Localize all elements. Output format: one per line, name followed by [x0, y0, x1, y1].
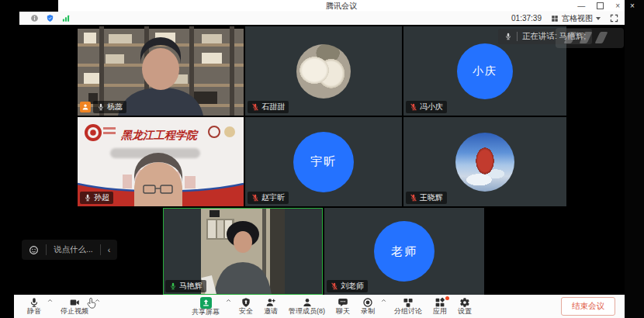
settings-button[interactable]: 设置: [452, 295, 477, 318]
grid-view-icon: [551, 15, 559, 22]
avatar-initials: 小庆: [457, 43, 513, 99]
camera-icon: [69, 297, 81, 308]
security-shield-icon: [241, 297, 251, 308]
window-title: 腾讯会议: [326, 1, 357, 12]
chat-input-placeholder[interactable]: 说点什么...: [47, 240, 100, 260]
avatar-initials: 老师: [374, 221, 435, 282]
mic-muted-icon: [331, 282, 338, 290]
video-tile-participant-6[interactable]: 王晓辉: [403, 117, 566, 206]
record-options-chevron[interactable]: [380, 292, 389, 318]
mic-options-chevron[interactable]: [47, 292, 55, 318]
view-mode-switcher[interactable]: 宫格视图: [551, 13, 601, 24]
presenter-badge-icon: [81, 103, 89, 111]
manage-members-button[interactable]: 管理成员(8): [283, 295, 331, 318]
security-button[interactable]: 安全: [234, 295, 258, 318]
close-button[interactable]: ×: [615, 2, 620, 10]
mic-icon: [29, 297, 40, 308]
mic-muted-icon: [251, 194, 259, 202]
protection-shield-icon[interactable]: [46, 14, 54, 22]
mute-button[interactable]: 静音: [22, 295, 47, 318]
hand-cursor: [85, 297, 97, 309]
members-icon: [302, 297, 313, 308]
campus-banner-text: 黑龙江工程学院: [120, 129, 199, 141]
share-options-chevron[interactable]: [225, 292, 234, 318]
stop-video-label: 停止视频: [61, 308, 88, 316]
video-tile-participant-1[interactable]: 杨蕊: [78, 26, 244, 116]
quick-chat-bar[interactable]: 说点什么... ‹: [22, 240, 117, 260]
mic-icon: [504, 33, 512, 40]
avatar-initials: 宇昕: [293, 132, 354, 192]
video-tile-participant-4[interactable]: 黑龙江工程学院 孙超: [78, 117, 244, 206]
participant-name: 刘老师: [341, 282, 364, 291]
video-tile-participant-5[interactable]: 宇昕 赵宇昕: [245, 117, 402, 206]
emoji-button[interactable]: [22, 240, 46, 260]
settings-label: 设置: [458, 308, 472, 316]
fullscreen-icon[interactable]: [610, 14, 618, 22]
mute-label: 静音: [27, 308, 41, 316]
apps-label: 应用: [433, 308, 447, 316]
mic-muted-icon: [410, 194, 417, 202]
security-label: 安全: [239, 308, 253, 316]
watermark-logo: [556, 28, 624, 48]
meeting-duration: 01:37:39: [511, 14, 542, 22]
avatar-text: 小庆: [473, 64, 497, 78]
participant-name: 王晓辉: [420, 193, 443, 202]
breakout-squares-icon: [403, 297, 414, 308]
external-close-icon[interactable]: ×: [630, 2, 635, 10]
record-label: 录制: [361, 308, 375, 316]
breakout-rooms-button[interactable]: 分组讨论: [389, 295, 428, 318]
mic-on-icon: [84, 194, 92, 202]
participant-name: 冯小庆: [420, 102, 443, 112]
share-screen-label: 共享屏幕: [192, 309, 220, 316]
chat-label: 聊天: [336, 308, 350, 316]
record-button[interactable]: 录制: [355, 295, 380, 318]
avatar-text: 宇昕: [310, 154, 337, 169]
divider: [517, 32, 518, 41]
mic-on-icon: [97, 103, 105, 111]
participant-name: 杨蕊: [107, 102, 123, 112]
chat-button[interactable]: 聊天: [331, 295, 355, 318]
avatar-photo-artwork: [455, 133, 514, 192]
members-label: 管理成员(8): [289, 308, 325, 316]
share-screen-button[interactable]: 共享屏幕: [186, 295, 225, 318]
window-titlebar: 腾讯会议 — ×: [58, 0, 625, 12]
background-window-strip: ×: [625, 0, 644, 318]
meeting-toolbar: 静音 停止视频 共享屏幕 安全 邀请 管理成员(8): [14, 295, 625, 318]
share-screen-icon: [200, 297, 212, 309]
chevron-down-icon: [596, 17, 601, 20]
notification-dot: [445, 296, 449, 300]
chat-bubble-icon: [338, 297, 348, 308]
video-tile-participant-7-active-speaker[interactable]: 马艳辉: [163, 208, 323, 295]
invite-label: 邀请: [264, 308, 278, 316]
minimize-button[interactable]: —: [577, 2, 585, 10]
record-icon: [362, 297, 373, 308]
apps-icon: [435, 297, 445, 308]
video-tile-participant-8[interactable]: 老师 刘老师: [324, 208, 484, 295]
collapse-chat-button[interactable]: ‹: [101, 240, 118, 260]
presenter-badge: [80, 102, 91, 112]
avatar-text: 老师: [391, 244, 417, 259]
participant-name: 石甜甜: [261, 102, 285, 112]
video-tile-participant-2[interactable]: 石甜甜: [245, 26, 402, 116]
participant-name: 赵宇昕: [261, 193, 285, 202]
mic-muted-icon: [251, 103, 259, 111]
apps-button[interactable]: 应用: [428, 295, 452, 318]
participant-name: 马艳辉: [179, 282, 203, 291]
smiley-icon: [29, 245, 39, 255]
invite-button[interactable]: 邀请: [258, 295, 283, 318]
gear-icon: [459, 297, 470, 308]
breakout-label: 分组讨论: [394, 308, 422, 316]
end-meeting-button[interactable]: 结束会议: [561, 297, 615, 316]
meeting-statusbar: 01:37:39 宫格视图: [19, 12, 625, 25]
network-signal-icon[interactable]: [61, 14, 71, 22]
view-mode-label: 宫格视图: [562, 13, 593, 24]
participant-name: 孙超: [94, 193, 109, 202]
info-icon[interactable]: [30, 14, 39, 22]
restore-button[interactable]: [597, 2, 604, 9]
mic-muted-icon: [410, 103, 417, 111]
avatar-photo-cats: [296, 44, 351, 99]
mic-speaking-icon: [169, 282, 177, 290]
invite-person-icon: [265, 297, 276, 308]
